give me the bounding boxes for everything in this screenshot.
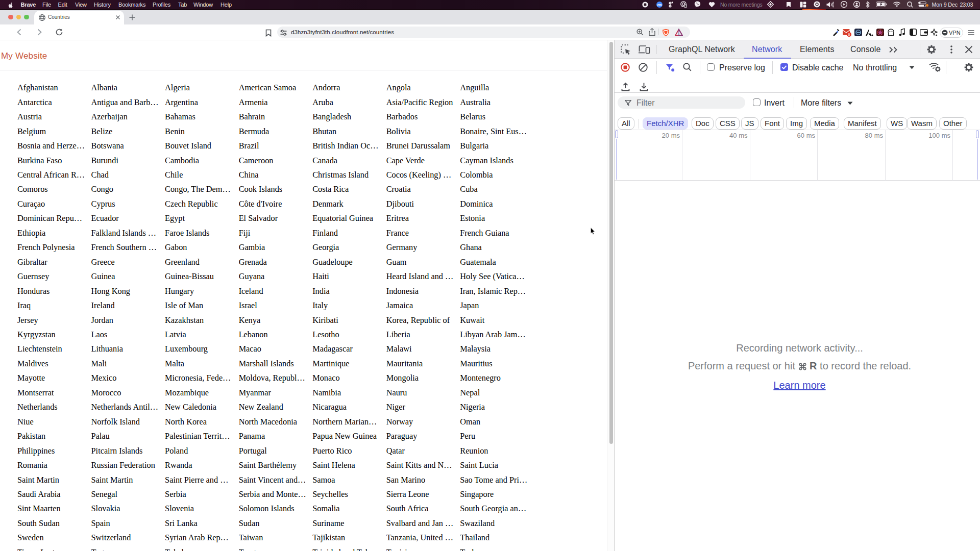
svg-text:6: 6 [848,33,850,36]
svg-text:VPN: VPN [949,30,961,36]
svg-text:zm: zm [657,3,662,6]
